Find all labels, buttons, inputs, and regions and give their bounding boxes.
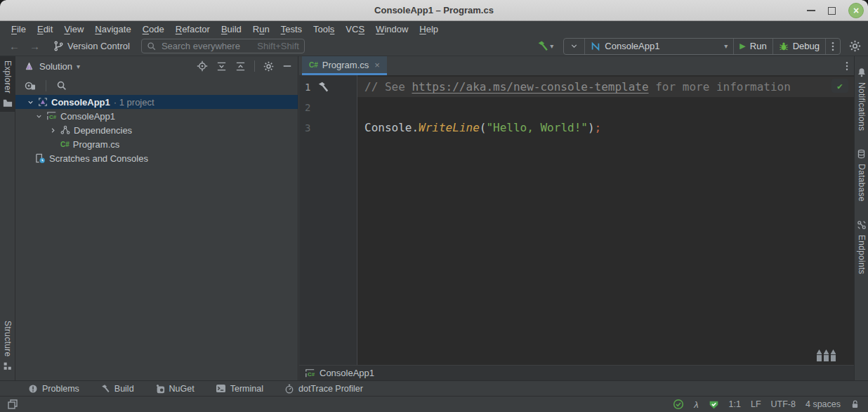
menu-window[interactable]: Window: [370, 24, 414, 34]
lambda-icon[interactable]: λ: [694, 399, 698, 410]
select-opened-file-icon[interactable]: [24, 80, 36, 91]
tool-window-tab-explorer[interactable]: Explorer: [0, 56, 15, 112]
kebab-menu-icon: [831, 41, 834, 51]
search-input[interactable]: [160, 40, 253, 52]
tool-window-tab-terminal[interactable]: Terminal: [216, 384, 263, 394]
solution-analysis-icon[interactable]: [709, 399, 719, 410]
csharp-project-icon: C#: [305, 368, 315, 378]
menu-file[interactable]: File: [6, 24, 32, 34]
chevron-down-icon[interactable]: [35, 112, 43, 120]
chevron-right-icon[interactable]: [49, 127, 57, 134]
search-icon[interactable]: [56, 80, 67, 91]
menu-code[interactable]: Code: [137, 24, 170, 34]
tree-item-label: Scratches and Consoles: [49, 153, 148, 164]
menu-refactor[interactable]: Refactor: [170, 24, 216, 34]
chevron-down-icon: [570, 41, 579, 51]
menu-navigate[interactable]: Navigate: [89, 24, 136, 34]
inspections-ok-icon[interactable]: [673, 399, 684, 410]
gear-icon[interactable]: [263, 61, 274, 72]
maximize-button[interactable]: [828, 7, 836, 15]
caret-position[interactable]: 1:1: [729, 399, 741, 409]
menu-run[interactable]: Run: [247, 24, 275, 34]
kebab-menu-icon[interactable]: [846, 61, 848, 71]
template-link[interactable]: https://aka.ms/new-console-template: [412, 80, 648, 94]
run-config-chevron[interactable]: [564, 39, 584, 54]
scratches-icon: [35, 153, 46, 164]
menu-vcs[interactable]: VCS: [340, 24, 370, 34]
highlighting-level-pens-icon[interactable]: [816, 348, 837, 363]
close-button[interactable]: ×: [848, 3, 864, 18]
tool-window-tab-build[interactable]: Build: [100, 384, 134, 394]
locate-icon[interactable]: [197, 60, 208, 72]
tree-item-label: Program.cs: [73, 139, 119, 150]
svg-text:C#: C#: [49, 114, 57, 120]
tool-tab-label: Build: [114, 384, 134, 394]
line-number: 1: [305, 82, 310, 93]
menu-tools[interactable]: Tools: [308, 24, 340, 34]
menu-view[interactable]: View: [58, 24, 89, 34]
bell-icon: [857, 67, 867, 77]
hammer-gutter-icon[interactable]: [317, 81, 329, 94]
close-icon[interactable]: ×: [374, 60, 380, 70]
dependencies-icon: [60, 125, 70, 135]
menu-bar: File Edit View Navigate Code Refactor Bu…: [0, 21, 868, 37]
back-icon[interactable]: ←: [4, 40, 25, 52]
minimize-button[interactable]: [807, 10, 815, 11]
settings-button[interactable]: [849, 40, 861, 52]
solution-tree: ConsoleApp1 · 1 project C# ConsoleApp1 D…: [15, 95, 298, 380]
database-tab-label: Database: [857, 164, 867, 202]
menu-help[interactable]: Help: [414, 24, 444, 34]
tool-window-tab-structure[interactable]: Structure: [3, 316, 13, 375]
hide-panel-icon[interactable]: [282, 61, 292, 71]
expand-all-icon[interactable]: [216, 61, 227, 72]
tool-window-tab-dottrace[interactable]: dotTrace Profiler: [284, 384, 363, 394]
code-line-1: // See https://aka.ms/new-console-templa…: [358, 77, 854, 97]
explorer-header: Solution ▾: [15, 56, 298, 76]
forward-icon[interactable]: →: [25, 40, 45, 52]
lock-icon[interactable]: [850, 399, 860, 409]
tool-tab-label: Terminal: [230, 384, 263, 394]
indent-style[interactable]: 4 spaces: [805, 399, 841, 409]
chevron-down-icon[interactable]: ▾: [550, 42, 553, 50]
main-area: Explorer Structure Solution ▾: [0, 56, 868, 380]
tree-item-scratches[interactable]: Scratches and Consoles: [15, 151, 298, 165]
explorer-toolbar: [15, 76, 298, 95]
right-tool-window-stripe: Notifications Database Endpoints: [854, 56, 868, 380]
tool-window-tab-database[interactable]: Database: [857, 145, 867, 206]
git-branch-icon: [53, 41, 64, 51]
tool-window-tab-nuget[interactable]: NuGet: [155, 384, 195, 394]
run-config-selector[interactable]: ConsoleApp1 ▾: [584, 39, 733, 54]
breadcrumb-item[interactable]: ConsoleApp1: [320, 368, 374, 378]
tool-window-tab-problems[interactable]: Problems: [28, 384, 79, 394]
tree-item-project[interactable]: C# ConsoleApp1: [15, 109, 298, 123]
file-encoding[interactable]: UTF-8: [771, 399, 796, 409]
dotnet-project-icon: [591, 41, 600, 51]
tree-item-dependencies[interactable]: Dependencies: [15, 123, 298, 137]
endpoints-icon: [857, 220, 867, 230]
chevron-down-icon: ▾: [724, 42, 728, 50]
search-everywhere-box[interactable]: Shift+Shift: [141, 39, 305, 53]
menu-edit[interactable]: Edit: [32, 24, 58, 34]
menu-tests[interactable]: Tests: [275, 24, 308, 34]
collapse-all-icon[interactable]: [235, 61, 246, 72]
build-solution-button[interactable]: ▾: [537, 40, 553, 52]
version-control-widget[interactable]: Version Control: [53, 41, 130, 51]
line-number: 3: [305, 122, 310, 134]
chevron-down-icon[interactable]: ▾: [77, 63, 80, 70]
tool-window-tab-endpoints[interactable]: Endpoints: [857, 216, 867, 278]
menu-build[interactable]: Build: [216, 24, 247, 34]
tool-window-tab-notifications[interactable]: Notifications: [857, 63, 867, 135]
tree-item-program-cs[interactable]: C# Program.cs: [15, 137, 298, 151]
tree-item-solution[interactable]: ConsoleApp1 · 1 project: [15, 95, 298, 109]
tab-program-cs[interactable]: C# Program.cs ×: [302, 56, 387, 75]
tree-item-suffix: · 1 project: [114, 97, 154, 108]
more-run-options-button[interactable]: [825, 39, 840, 54]
line-separator[interactable]: LF: [751, 399, 761, 409]
inspections-status-widget[interactable]: ✔: [831, 79, 848, 93]
code-line-3: Console.WriteLine("Hello, World!");: [358, 117, 854, 138]
chevron-down-icon[interactable]: [27, 98, 34, 106]
code-editor[interactable]: 1 2 3 // See https://aka.ms/new-console-…: [299, 75, 854, 365]
run-button[interactable]: ▶ Run: [733, 39, 772, 54]
debug-button[interactable]: Debug: [772, 39, 825, 54]
tool-window-layout-icon[interactable]: [7, 399, 18, 410]
